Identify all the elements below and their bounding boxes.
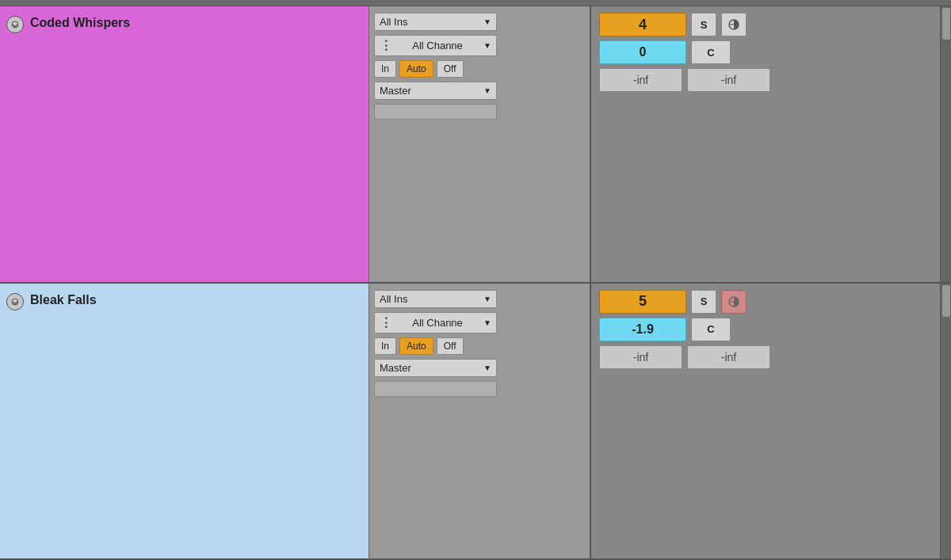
input-dropdown-1[interactable]: All Ins ▼ [374,290,497,308]
top-strip [0,0,951,6]
ctrl-row-input-0: All Ins ▼ [374,13,585,31]
scrollbar-1[interactable] [940,284,951,559]
right-row-pan-1: -1.9 C [599,318,932,341]
ctrl-row-output-1: Master ▼ [374,359,585,377]
off-btn-0[interactable]: Off [437,60,464,78]
monitor-btn-1[interactable] [721,290,747,314]
track-row-0: Coded Whispers All Ins ▼ ⋮ All Channe ▼ … [0,6,951,284]
right-row-pan-0: 0 C [599,40,932,64]
ctrl-row-empty-1 [374,381,585,397]
scrollbar-handle-1[interactable] [942,285,950,317]
inf-left-0[interactable]: -inf [599,68,682,92]
empty-bar-1 [374,381,497,397]
track-name-area-1: Bleak Falls [0,284,369,559]
output-dropdown-0[interactable]: Master ▼ [374,82,497,100]
dropdown-dots-1: ⋮ [380,315,391,330]
inf-left-1[interactable]: -inf [599,345,682,369]
channel-arrow-0: ▼ [483,41,491,50]
ctrl-row-channel-0: ⋮ All Channe ▼ [374,35,585,56]
main-container: Coded Whispers All Ins ▼ ⋮ All Channe ▼ … [0,0,951,560]
track-right-0: 4 S 0 C -inf -inf [590,6,940,282]
master-arrow-1: ▼ [483,364,491,372]
s-btn-0[interactable]: S [691,13,716,36]
channel-dropdown-1[interactable]: ⋮ All Channe ▼ [374,312,497,333]
ctrl-row-empty-0 [374,104,585,120]
in-btn-1[interactable]: In [374,337,396,355]
in-btn-0[interactable]: In [374,60,396,78]
right-row-inf-1: -inf -inf [599,345,932,369]
ctrl-row-output-0: Master ▼ [374,82,585,100]
output-dropdown-1[interactable]: Master ▼ [374,359,497,377]
track-collapse-btn-1[interactable] [6,293,24,310]
channel-dropdown-0[interactable]: ⋮ All Channe ▼ [374,35,497,56]
pan-value-1[interactable]: -1.9 [599,318,686,341]
ctrl-row-channel-1: ⋮ All Channe ▼ [374,312,585,333]
pan-value-0[interactable]: 0 [599,40,686,64]
master-arrow-0: ▼ [483,86,491,95]
track-row-1: Bleak Falls All Ins ▼ ⋮ All Channe ▼ In … [0,284,951,561]
channel-arrow-1: ▼ [483,318,491,327]
track-number-0[interactable]: 4 [599,13,686,36]
scrollbar-handle-0[interactable] [942,8,950,40]
empty-bar-0 [374,104,497,120]
inf-right-0[interactable]: -inf [687,68,770,92]
track-number-1[interactable]: 5 [599,290,686,314]
monitor-btn-0[interactable] [721,13,747,36]
dropdown-arrow-1: ▼ [483,295,491,303]
scrollbar-0[interactable] [940,6,951,282]
input-dropdown-0[interactable]: All Ins ▼ [374,13,497,31]
dropdown-dots-0: ⋮ [380,38,391,53]
right-row-number-0: 4 S [599,13,932,36]
c-btn-0[interactable]: C [691,40,731,64]
track-name-1: Bleak Falls [30,293,97,307]
dropdown-arrow-0: ▼ [483,17,491,26]
s-btn-1[interactable]: S [691,290,716,314]
auto-btn-0[interactable]: Auto [399,60,433,78]
track-name-area-0: Coded Whispers [0,6,369,282]
right-row-number-1: 5 S [599,290,932,314]
ctrl-row-mode-1: In Auto Off [374,337,585,355]
track-controls-1: All Ins ▼ ⋮ All Channe ▼ In Auto Off Mas… [369,284,590,559]
auto-btn-1[interactable]: Auto [399,337,433,355]
off-btn-1[interactable]: Off [437,337,464,355]
right-row-inf-0: -inf -inf [599,68,932,92]
track-right-1: 5 S -1.9 C -inf -inf [590,284,940,559]
track-name-0: Coded Whispers [30,16,130,30]
c-btn-1[interactable]: C [691,318,731,341]
ctrl-row-mode-0: In Auto Off [374,60,585,78]
inf-right-1[interactable]: -inf [687,345,770,369]
track-controls-0: All Ins ▼ ⋮ All Channe ▼ In Auto Off Mas… [369,6,590,282]
track-collapse-btn-0[interactable] [6,16,24,33]
ctrl-row-input-1: All Ins ▼ [374,290,585,308]
